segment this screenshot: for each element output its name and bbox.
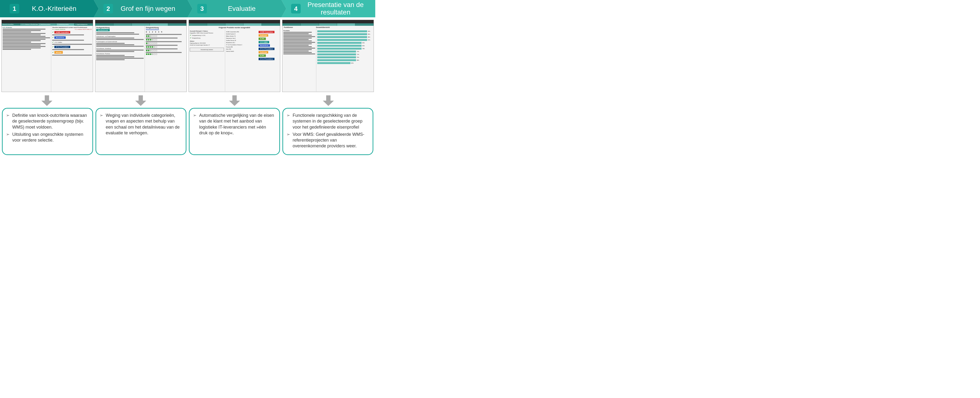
result-pct: 89% <box>368 34 370 35</box>
action-heading: Aktion <box>190 40 224 42</box>
scale-label: 0 1 2 3 4 5 <box>146 31 186 33</box>
valid-until: Zugang gültig bis: 25.04.2019 <box>190 42 224 44</box>
step-1-chevron: 1 K.O.-Kriterieën <box>0 0 94 18</box>
result-pct: 74% <box>357 51 359 52</box>
result-pct: 80% <box>362 42 365 43</box>
product-item: ACME Corporations 891 <box>226 31 259 32</box>
col-heading: Gesamtübersicht <box>316 27 372 28</box>
result-pct: 70% <box>357 57 359 58</box>
screenshot-weighting: Grobgewichtung Standardmodul Unternehmen… <box>95 20 187 92</box>
shortlist-heading: Shortlist (alphabetisch sortiert nach Pr… <box>52 27 92 28</box>
tab: 1. K.O.-Kriterien & Shortlist bearbeiten <box>20 23 38 26</box>
vendor-badge: ELIPS <box>259 54 266 57</box>
result-pct: 88% <box>368 36 370 38</box>
result-pct: 65% <box>351 62 353 64</box>
down-arrow-icon <box>41 95 52 106</box>
result-bar <box>317 45 361 47</box>
tab: 2. Gewichtung setzen <box>38 23 57 26</box>
module-tag: Standardmodul <box>96 29 110 31</box>
result-bar <box>317 59 356 61</box>
product-item: Gorillaz Demon 20 <box>226 40 259 41</box>
description-bullet: Definitie van knock-outcriteria waaraan … <box>6 112 88 130</box>
fine-weight-title: Feingewichtung <box>146 27 186 29</box>
result-pct: 80% <box>362 45 365 46</box>
product-item: Featurecon Vier.0 <box>226 38 259 39</box>
description-box-2: Weging van individuele categorieën, vrag… <box>95 108 187 155</box>
status-line: Feingewichtung <box>192 37 200 39</box>
result-pct: 87% <box>368 39 370 41</box>
vendor-badge: ★Group <box>54 51 63 54</box>
screenshot-evaluation: Folgende Produkte wurden ausgewählt Ausw… <box>189 20 280 92</box>
col-heading: Funktionen <box>284 27 316 28</box>
step-title: Presentatie van de resultaten <box>301 1 375 16</box>
result-bar <box>317 39 367 41</box>
vendor-badge: Musterfirma <box>54 36 65 39</box>
result-bar <box>317 51 356 53</box>
vendor-badge: XY & Z Foundation <box>54 46 70 48</box>
product-item: DotSoft System 8 <box>226 33 259 35</box>
step-4-chevron: 4 Presentatie van de resultaten <box>282 0 375 18</box>
vendor-badge: XY & Z Foundation <box>259 58 274 60</box>
product-item: Musterfirma 30.1 <box>226 42 259 43</box>
description-bullet: Functionele rangschikking van de systeme… <box>286 112 369 130</box>
step-number: 1 <box>10 4 19 13</box>
description-box-3: Automatische vergelijking van de eisen v… <box>189 108 280 155</box>
arrows-row <box>0 93 375 108</box>
screenshot-ko-criteria: Übersicht Auswählen 1. K.O.-Kriterien & … <box>2 20 93 92</box>
step-number: 2 <box>103 4 113 13</box>
result-bar <box>317 33 367 35</box>
section-heading: K.O.-Kriterien <box>3 27 50 28</box>
not-fulfilled-label: K.O.-Kriterien NICHT erfüllt (17) <box>75 29 92 30</box>
result-bar <box>317 56 356 58</box>
result-pct: 68% <box>357 59 359 61</box>
result-bar <box>317 62 350 64</box>
down-arrow-icon <box>229 95 240 106</box>
vendor-badge: Musterfirma <box>259 44 270 47</box>
descriptions-row: Definitie van knock-outcriteria waaraan … <box>0 108 375 157</box>
result-bar <box>317 48 361 50</box>
vendor-badge: DotGroup <box>259 34 268 37</box>
down-arrow-icon <box>135 95 146 106</box>
selected-products-banner: Folgende Produkte wurden ausgewählt <box>189 26 280 29</box>
down-arrow-icon <box>323 95 334 106</box>
description-bullet: Uitsluiting van ongeschikte systemen voo… <box>6 131 88 143</box>
step-title: K.O.-Kriterieën <box>19 5 94 13</box>
description-box-1: Definitie van knock-outcriteria waaraan … <box>2 108 93 155</box>
description-bullet: Weging van individuele categorieën, vrag… <box>100 112 181 136</box>
step-number: 4 <box>291 4 301 13</box>
fine-weight-link: Bestandsverwaltung <box>146 29 186 30</box>
screenshot-results: Funktionen Gesamtübersicht Produkte 90% … <box>282 20 374 92</box>
product-item: Ellipse System 76 <box>226 35 259 37</box>
status-line: Zugegriffen: WMS Online Auswahl Premium <box>190 32 224 34</box>
vendor-badge: DotGroup <box>259 51 268 53</box>
step-3-chevron: 3 Evaluatie <box>188 0 282 18</box>
products-heading: Produkte <box>283 30 315 31</box>
status-line: Grobgewichtung ( 4 | 52 ) <box>192 35 205 36</box>
tab: 4. Ergebnisdiagramme <box>75 23 93 26</box>
process-steps-header: 1 K.O.-Kriterieën 2 Grof en fijn wegen 3… <box>0 0 375 18</box>
vendor-badge: ELIPS <box>259 38 266 40</box>
product-item: Fenestre BE <box>226 46 259 48</box>
step-2-chevron: 2 Grof en fijn wegen <box>94 0 188 18</box>
result-pct: 71% <box>357 54 359 55</box>
fulfilled-label: K.O.-Kriterien erfüllt (61) <box>52 29 75 30</box>
product-item: Intendo Switch <box>226 51 259 52</box>
tab: Übersicht Auswählen <box>2 23 20 26</box>
vendor-badge: XYZ GMBH <box>259 41 269 43</box>
start-evaluation-button[interactable]: Auswertung starten <box>190 48 224 51</box>
step-title: Evaluatie <box>207 5 282 13</box>
tab: 3. Auswertung starten <box>56 23 75 26</box>
result-bar <box>317 53 356 55</box>
screenshots-row: Übersicht Auswählen 1. K.O.-Kriterien & … <box>0 19 375 93</box>
result-bar <box>317 42 361 44</box>
status-title: Auswahl Beispiel 1 Status: <box>190 30 224 32</box>
vendor-badge: ACME Corporation <box>54 31 70 34</box>
description-bullet: Voor WMS: Geef gevalideerde WMS-referent… <box>286 131 369 149</box>
result-bar <box>317 36 367 38</box>
description-bullet: Automatische vergelijking van de eisen v… <box>193 112 275 136</box>
eval-count: Anzahl an Auswertungen beendet: 17 <box>190 44 224 46</box>
product-item: XY & Z Foundations Version 2 <box>226 44 259 45</box>
vendor-badge: ACME Corporation <box>259 31 274 33</box>
step-number: 3 <box>197 4 207 13</box>
result-pct: 78% <box>362 48 365 50</box>
